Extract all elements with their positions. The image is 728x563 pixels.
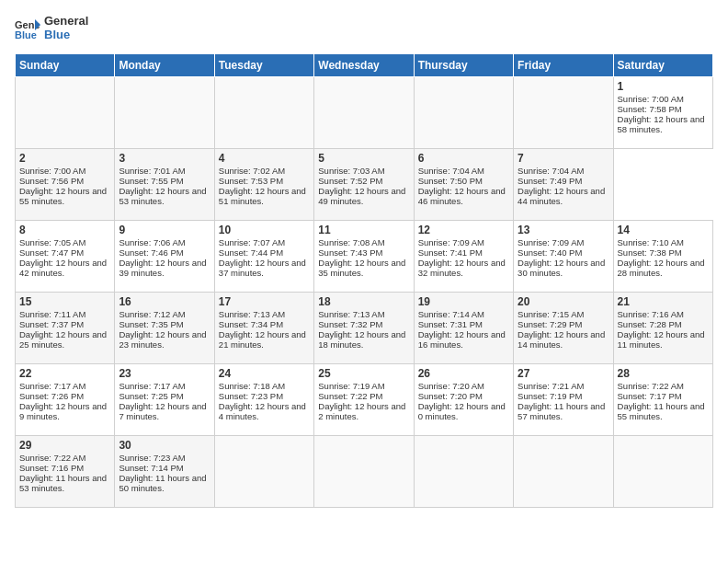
daylight-text: Daylight: 11 hours and 57 minutes. [518, 401, 605, 421]
day-number: 6 [418, 152, 509, 165]
sunrise-text: Sunrise: 7:01 AM [119, 166, 185, 176]
calendar-cell: 9Sunrise: 7:06 AMSunset: 7:46 PMDaylight… [115, 220, 214, 292]
sunrise-text: Sunrise: 7:19 AM [318, 381, 384, 391]
calendar-cell: 1Sunrise: 7:00 AMSunset: 7:58 PMDaylight… [613, 76, 712, 148]
sunset-text: Sunset: 7:34 PM [219, 319, 283, 329]
sunrise-text: Sunrise: 7:07 AM [219, 237, 285, 247]
day-number: 19 [418, 295, 509, 308]
calendar-cell [214, 435, 313, 507]
calendar-table: SundayMondayTuesdayWednesdayThursdayFrid… [15, 53, 713, 508]
calendar-cell: 15Sunrise: 7:11 AMSunset: 7:37 PMDayligh… [16, 292, 115, 363]
day-number: 29 [19, 439, 110, 452]
calendar-cell [414, 435, 513, 507]
sunset-text: Sunset: 7:46 PM [119, 247, 183, 258]
dow-header-saturday: Saturday [613, 53, 712, 76]
calendar-cell [115, 76, 214, 148]
calendar-cell: 11Sunrise: 7:08 AMSunset: 7:43 PMDayligh… [314, 220, 414, 292]
sunset-text: Sunset: 7:56 PM [19, 176, 84, 186]
daylight-text: Daylight: 12 hours and 58 minutes. [618, 114, 705, 134]
sunrise-text: Sunrise: 7:17 AM [119, 381, 185, 391]
day-number: 27 [518, 367, 609, 380]
sunset-text: Sunset: 7:23 PM [219, 391, 283, 401]
sunrise-text: Sunrise: 7:00 AM [618, 94, 684, 104]
sunset-text: Sunset: 7:35 PM [119, 319, 183, 329]
calendar-cell [16, 76, 115, 148]
day-number: 28 [618, 367, 709, 380]
day-number: 26 [418, 367, 509, 380]
sunset-text: Sunset: 7:50 PM [418, 176, 483, 186]
daylight-text: Daylight: 12 hours and 49 minutes. [318, 186, 405, 206]
daylight-text: Daylight: 12 hours and 0 minutes. [418, 401, 506, 421]
sunset-text: Sunset: 7:44 PM [219, 247, 283, 258]
daylight-text: Daylight: 12 hours and 7 minutes. [119, 401, 206, 421]
day-number: 2 [19, 152, 110, 165]
calendar-cell: 29Sunrise: 7:22 AMSunset: 7:16 PMDayligh… [16, 435, 115, 507]
sunrise-text: Sunrise: 7:05 AM [19, 237, 85, 247]
sunrise-text: Sunrise: 7:11 AM [19, 309, 85, 319]
day-number: 9 [119, 224, 210, 236]
calendar-cell: 28Sunrise: 7:22 AMSunset: 7:17 PMDayligh… [613, 363, 712, 435]
sunrise-text: Sunrise: 7:03 AM [318, 166, 384, 176]
calendar-cell: 20Sunrise: 7:15 AMSunset: 7:29 PMDayligh… [514, 292, 613, 363]
calendar-week-6: 29Sunrise: 7:22 AMSunset: 7:16 PMDayligh… [16, 435, 713, 507]
daylight-text: Daylight: 12 hours and 9 minutes. [19, 401, 107, 421]
daylight-text: Daylight: 12 hours and 44 minutes. [518, 186, 605, 206]
day-of-week-row: SundayMondayTuesdayWednesdayThursdayFrid… [16, 53, 713, 76]
calendar-cell: 2Sunrise: 7:00 AMSunset: 7:56 PMDaylight… [16, 148, 115, 220]
calendar-cell: 7Sunrise: 7:04 AMSunset: 7:49 PMDaylight… [514, 148, 613, 220]
daylight-text: Daylight: 11 hours and 55 minutes. [618, 401, 705, 421]
calendar-cell: 6Sunrise: 7:04 AMSunset: 7:50 PMDaylight… [414, 148, 513, 220]
sunrise-text: Sunrise: 7:13 AM [318, 309, 384, 319]
sunrise-text: Sunrise: 7:15 AM [518, 309, 584, 319]
calendar-week-1: 1Sunrise: 7:00 AMSunset: 7:58 PMDaylight… [16, 76, 713, 148]
header: General Blue General Blue [15, 15, 713, 42]
logo-icon: General Blue [15, 17, 40, 40]
dow-header-monday: Monday [115, 53, 214, 76]
day-number: 22 [19, 367, 110, 380]
calendar-cell [514, 435, 613, 507]
sunset-text: Sunset: 7:52 PM [318, 176, 382, 186]
calendar-cell [314, 435, 414, 507]
sunrise-text: Sunrise: 7:16 AM [618, 309, 684, 319]
daylight-text: Daylight: 12 hours and 32 minutes. [418, 258, 506, 278]
calendar-cell: 10Sunrise: 7:07 AMSunset: 7:44 PMDayligh… [214, 220, 313, 292]
daylight-text: Daylight: 12 hours and 39 minutes. [119, 258, 206, 278]
sunrise-text: Sunrise: 7:22 AM [618, 381, 684, 391]
daylight-text: Daylight: 12 hours and 55 minutes. [19, 186, 107, 206]
day-number: 12 [418, 224, 509, 236]
calendar-cell: 4Sunrise: 7:02 AMSunset: 7:53 PMDaylight… [214, 148, 313, 220]
day-number: 11 [318, 224, 409, 236]
calendar-cell [613, 435, 712, 507]
sunset-text: Sunset: 7:26 PM [19, 391, 84, 401]
day-number: 8 [19, 224, 110, 236]
day-number: 18 [318, 295, 409, 308]
day-number: 30 [119, 439, 210, 452]
calendar-cell: 17Sunrise: 7:13 AMSunset: 7:34 PMDayligh… [214, 292, 313, 363]
sunrise-text: Sunrise: 7:17 AM [19, 381, 85, 391]
logo-text-blue: Blue [44, 29, 88, 42]
sunrise-text: Sunrise: 7:08 AM [318, 237, 384, 247]
sunrise-text: Sunrise: 7:20 AM [418, 381, 484, 391]
sunrise-text: Sunrise: 7:06 AM [119, 237, 185, 247]
sunset-text: Sunset: 7:32 PM [318, 319, 382, 329]
sunrise-text: Sunrise: 7:22 AM [19, 453, 85, 463]
day-number: 7 [518, 152, 609, 165]
daylight-text: Daylight: 12 hours and 37 minutes. [219, 258, 306, 278]
sunrise-text: Sunrise: 7:02 AM [219, 166, 285, 176]
calendar-cell: 18Sunrise: 7:13 AMSunset: 7:32 PMDayligh… [314, 292, 414, 363]
sunset-text: Sunset: 7:49 PM [518, 176, 582, 186]
sunset-text: Sunset: 7:28 PM [618, 319, 682, 329]
dow-header-sunday: Sunday [16, 53, 115, 76]
day-number: 16 [119, 295, 210, 308]
sunrise-text: Sunrise: 7:21 AM [518, 381, 584, 391]
day-number: 17 [219, 295, 310, 308]
sunrise-text: Sunrise: 7:09 AM [418, 237, 484, 247]
calendar-cell: 5Sunrise: 7:03 AMSunset: 7:52 PMDaylight… [314, 148, 414, 220]
calendar-cell: 14Sunrise: 7:10 AMSunset: 7:38 PMDayligh… [613, 220, 712, 292]
calendar-cell: 12Sunrise: 7:09 AMSunset: 7:41 PMDayligh… [414, 220, 513, 292]
sunrise-text: Sunrise: 7:04 AM [518, 166, 584, 176]
calendar-cell: 3Sunrise: 7:01 AMSunset: 7:55 PMDaylight… [115, 148, 214, 220]
daylight-text: Daylight: 12 hours and 23 minutes. [119, 329, 206, 350]
sunrise-text: Sunrise: 7:18 AM [219, 381, 285, 391]
sunrise-text: Sunrise: 7:13 AM [219, 309, 285, 319]
